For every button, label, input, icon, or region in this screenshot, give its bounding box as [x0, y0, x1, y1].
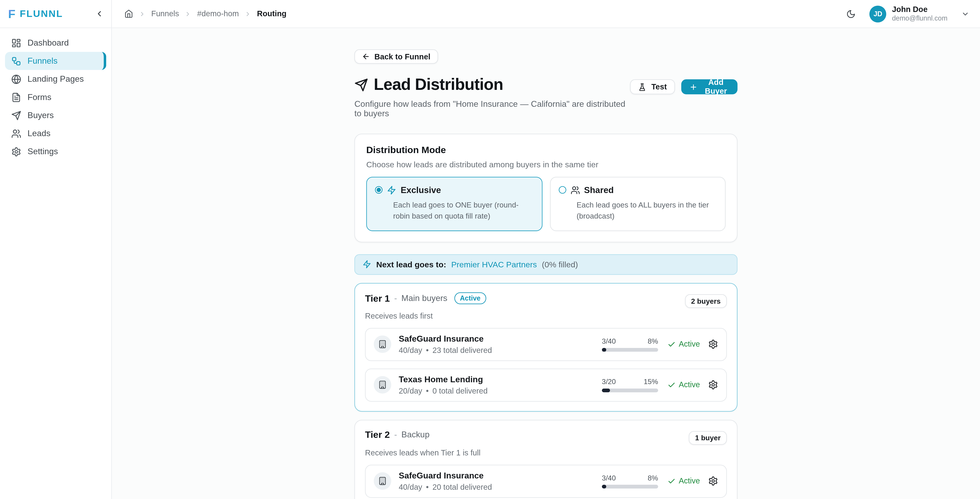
sidebar-item-settings[interactable]: Settings [5, 143, 106, 161]
progress-bar [602, 388, 658, 392]
sidebar-item-label: Landing Pages [27, 74, 84, 84]
distribution-mode-title: Distribution Mode [366, 144, 725, 155]
buyer-settings-button[interactable] [708, 476, 718, 486]
buyer-row: Texas Home Lending 20/day • 0 total deli… [365, 368, 727, 402]
breadcrumb-routing: Routing [257, 9, 287, 18]
buyer-name: SafeGuard Insurance [399, 334, 492, 343]
quota-count: 3/40 [602, 337, 616, 345]
buyer-name: Texas Home Lending [399, 375, 487, 384]
status-label: Active [679, 477, 700, 485]
send-icon [355, 78, 368, 91]
tier-name: Tier 2 [365, 429, 390, 439]
user-name: John Doe [892, 5, 947, 14]
option-exclusive[interactable]: Exclusive Each lead goes to ONE buyer (r… [366, 177, 542, 231]
status-badge: Active [668, 380, 700, 389]
zap-icon [363, 260, 371, 269]
option-shared[interactable]: Shared Each lead goes to ALL buyers in t… [550, 177, 725, 231]
sidebar-item-dashboard[interactable]: Dashboard [5, 33, 106, 52]
buyer-rate: 20/day [399, 386, 422, 395]
file-text-icon [11, 92, 21, 102]
tier-descriptor: Main buyers [401, 294, 447, 303]
sidebar-collapse-button[interactable] [95, 9, 104, 18]
flask-icon [638, 83, 646, 91]
next-lead-fill-status: (0% filled) [542, 260, 578, 269]
moon-icon [846, 9, 856, 18]
distribution-mode-card: Distribution Mode Choose how leads are d… [355, 133, 738, 242]
logo-mark: F [8, 8, 15, 20]
add-buyer-button[interactable]: Add Buyer [681, 79, 737, 94]
radio-unselected-icon[interactable] [558, 186, 566, 194]
sidebar-item-forms[interactable]: Forms [5, 88, 106, 106]
tier-separator: - [394, 429, 397, 439]
next-lead-buyer-link[interactable]: Premier HVAC Partners [451, 260, 537, 269]
breadcrumb-funnel-id[interactable]: #demo-hom [197, 9, 239, 18]
topbar: Funnels #demo-hom Routing JD John Doe de… [112, 0, 980, 28]
chevron-left-icon [95, 9, 104, 18]
sidebar: F FLUNNL Dashboard Funnels Landing Pages [0, 0, 112, 499]
building-icon [374, 335, 391, 353]
buyer-delivered: 20 total delivered [433, 483, 492, 491]
chevron-down-icon [961, 10, 969, 18]
sidebar-item-landing-pages[interactable]: Landing Pages [5, 70, 106, 88]
option-shared-description: Each lead goes to ALL buyers in the tier… [576, 200, 717, 222]
quota-percent: 15% [644, 378, 658, 385]
tier-note: Receives leads first [365, 311, 727, 320]
page-subtitle: Configure how leads from "Home Insurance… [355, 99, 630, 118]
quota-progress: 3/40 8% [602, 474, 658, 488]
dark-mode-toggle[interactable] [846, 9, 856, 18]
users-icon [570, 185, 580, 194]
buyer-settings-button[interactable] [708, 380, 718, 390]
avatar: JD [870, 5, 886, 22]
buyer-row: SafeGuard Insurance 40/day • 23 total de… [365, 327, 727, 361]
building-icon [374, 376, 391, 393]
tier-status-badge: Active [454, 292, 486, 304]
check-icon [668, 477, 676, 485]
workflow-icon [11, 56, 21, 66]
option-exclusive-label: Exclusive [401, 185, 441, 195]
gear-icon [11, 146, 21, 156]
brand-logo[interactable]: F FLUNNL [8, 8, 63, 20]
sidebar-item-label: Dashboard [27, 38, 69, 48]
arrow-left-icon [362, 52, 370, 60]
buyer-delivered: 0 total delivered [433, 386, 487, 395]
user-menu[interactable]: JD John Doe demo@flunnl.com [870, 5, 969, 22]
buyer-rate: 40/day [399, 483, 422, 491]
sidebar-item-leads[interactable]: Leads [5, 124, 106, 143]
radio-selected-icon[interactable] [375, 186, 382, 194]
sidebar-item-label: Buyers [27, 111, 54, 120]
status-badge: Active [668, 477, 700, 485]
check-icon [668, 340, 676, 348]
tier-1-card: Tier 1 - Main buyers Active 2 buyers Rec… [355, 283, 738, 412]
tier-name: Tier 1 [365, 293, 390, 304]
sidebar-header: F FLUNNL [0, 0, 111, 28]
page-title: Lead Distribution [374, 75, 503, 94]
next-lead-prefix: Next lead goes to: [376, 260, 446, 269]
next-lead-banner: Next lead goes to: Premier HVAC Partners… [355, 254, 738, 275]
progress-bar [602, 348, 658, 351]
dashboard-icon [11, 38, 21, 48]
quota-count: 3/40 [602, 474, 616, 481]
sidebar-nav: Dashboard Funnels Landing Pages Forms Bu… [0, 28, 111, 166]
quota-progress: 3/20 15% [602, 378, 658, 392]
bullet-separator: • [426, 483, 429, 491]
sidebar-item-buyers[interactable]: Buyers [5, 106, 106, 124]
send-icon [11, 110, 21, 120]
breadcrumb-funnels[interactable]: Funnels [151, 9, 179, 18]
chevron-right-icon [139, 10, 145, 17]
globe-icon [11, 74, 21, 84]
back-to-funnel-button[interactable]: Back to Funnel [355, 49, 438, 64]
sidebar-item-label: Settings [27, 147, 58, 156]
status-badge: Active [668, 340, 700, 349]
buyer-row: SafeGuard Insurance 40/day • 20 total de… [365, 464, 727, 497]
test-button[interactable]: Test [630, 79, 675, 94]
plus-icon [689, 83, 697, 91]
main-content: Back to Funnel Lead Distribution Configu… [112, 28, 980, 499]
tier-descriptor: Backup [401, 429, 430, 439]
sidebar-item-label: Forms [27, 92, 51, 102]
sidebar-item-funnels[interactable]: Funnels [5, 52, 106, 70]
tier-2-card: Tier 2 - Backup 1 buyer Receives leads w… [355, 420, 738, 499]
home-icon[interactable] [124, 9, 133, 18]
back-button-label: Back to Funnel [374, 52, 430, 61]
bullet-separator: • [426, 346, 429, 354]
buyer-settings-button[interactable] [708, 339, 718, 349]
